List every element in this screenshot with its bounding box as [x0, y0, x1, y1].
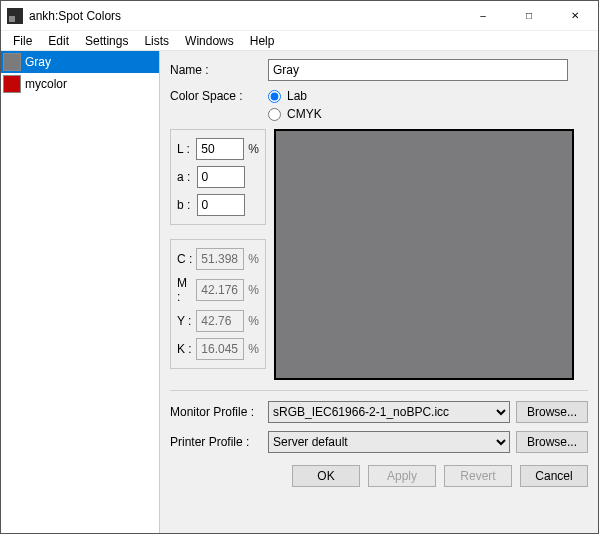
color-swatch — [3, 53, 21, 71]
list-item-label: mycolor — [25, 77, 67, 91]
content-panel: Name : Color Space : Lab CMYK L : — [160, 51, 598, 533]
cmyk-group: C : % M : % Y : % K : — [170, 239, 266, 369]
monitor-profile-select[interactable]: sRGB_IEC61966-2-1_noBPC.icc — [268, 401, 510, 423]
radio-cmyk[interactable]: CMYK — [268, 107, 322, 121]
revert-button[interactable]: Revert — [444, 465, 512, 487]
list-item[interactable]: Gray — [1, 51, 159, 73]
monitor-browse-button[interactable]: Browse... — [516, 401, 588, 423]
color-swatch — [3, 75, 21, 93]
list-item-label: Gray — [25, 55, 51, 69]
printer-profile-select[interactable]: Server default — [268, 431, 510, 453]
lab-group: L : % a : b : — [170, 129, 266, 225]
name-label: Name : — [170, 63, 262, 77]
cancel-button[interactable]: Cancel — [520, 465, 588, 487]
radio-cmyk-label: CMYK — [287, 107, 322, 121]
m-label: M : — [177, 276, 192, 304]
b-label: b : — [177, 198, 193, 212]
b-input[interactable] — [197, 194, 245, 216]
c-input — [196, 248, 244, 270]
pct-label: % — [248, 342, 259, 356]
k-label: K : — [177, 342, 192, 356]
pct-label: % — [248, 252, 259, 266]
menu-lists[interactable]: Lists — [136, 32, 177, 50]
pct-label: % — [248, 314, 259, 328]
app-icon — [7, 8, 23, 24]
menu-help[interactable]: Help — [242, 32, 283, 50]
minimize-button[interactable]: – — [460, 1, 506, 31]
maximize-button[interactable]: □ — [506, 1, 552, 31]
printer-browse-button[interactable]: Browse... — [516, 431, 588, 453]
menu-settings[interactable]: Settings — [77, 32, 136, 50]
apply-button[interactable]: Apply — [368, 465, 436, 487]
m-input — [196, 279, 244, 301]
name-input[interactable] — [268, 59, 568, 81]
window-title: ankh:Spot Colors — [29, 9, 121, 23]
pct-label: % — [248, 142, 259, 156]
pct-label: % — [248, 283, 259, 297]
c-label: C : — [177, 252, 192, 266]
colorspace-label: Color Space : — [170, 89, 262, 103]
l-input[interactable] — [196, 138, 244, 160]
radio-lab[interactable]: Lab — [268, 89, 322, 103]
menu-windows[interactable]: Windows — [177, 32, 242, 50]
a-input[interactable] — [197, 166, 245, 188]
radio-cmyk-input[interactable] — [268, 108, 281, 121]
color-list[interactable]: Gray mycolor — [1, 51, 160, 533]
y-input — [196, 310, 244, 332]
menu-edit[interactable]: Edit — [40, 32, 77, 50]
y-label: Y : — [177, 314, 192, 328]
l-label: L : — [177, 142, 192, 156]
monitor-profile-label: Monitor Profile : — [170, 405, 262, 419]
menubar: File Edit Settings Lists Windows Help — [1, 31, 598, 51]
radio-lab-label: Lab — [287, 89, 307, 103]
titlebar: ankh:Spot Colors – □ ✕ — [1, 1, 598, 31]
k-input — [196, 338, 244, 360]
close-button[interactable]: ✕ — [552, 1, 598, 31]
a-label: a : — [177, 170, 193, 184]
printer-profile-label: Printer Profile : — [170, 435, 262, 449]
list-item[interactable]: mycolor — [1, 73, 159, 95]
radio-lab-input[interactable] — [268, 90, 281, 103]
menu-file[interactable]: File — [5, 32, 40, 50]
ok-button[interactable]: OK — [292, 465, 360, 487]
color-preview — [274, 129, 574, 380]
